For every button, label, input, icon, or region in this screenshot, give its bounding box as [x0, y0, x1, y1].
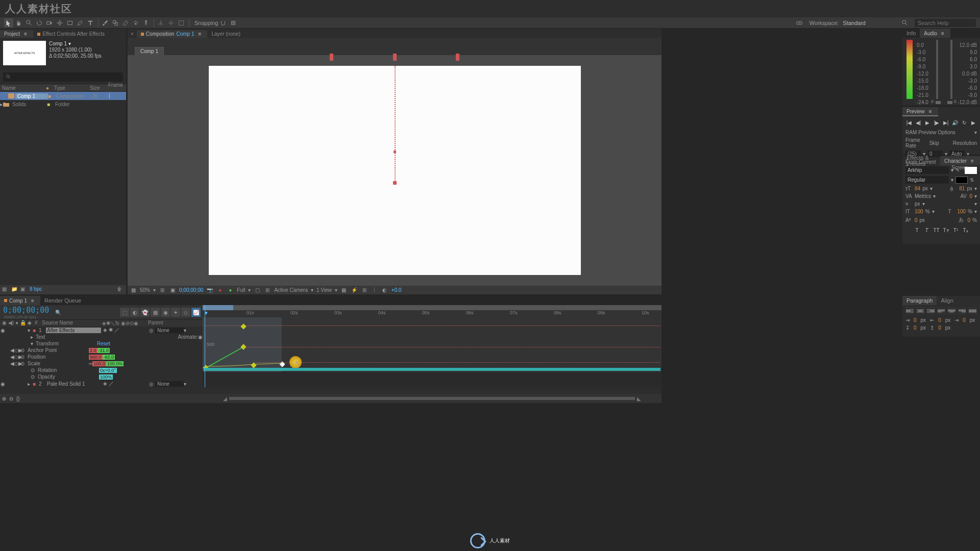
layer-row-1[interactable]: ◉ ▾ ■ 1 After Effects ◈ ✱ ／ ◎ None▾ — [0, 327, 203, 334]
resolution-icon[interactable]: ⊞ — [159, 287, 166, 294]
space-after-value[interactable]: 0 — [938, 325, 941, 331]
pen-tool[interactable] — [76, 18, 85, 28]
reset-exposure-icon[interactable]: ◐ — [381, 287, 388, 294]
eraser-tool[interactable] — [121, 18, 130, 28]
motion-blur-icon[interactable]: ◉ — [161, 308, 170, 317]
zoom-dropdown[interactable]: 50% — [140, 287, 150, 293]
parent-dropdown[interactable]: None — [155, 328, 184, 333]
flowchart-icon[interactable]: ᎒ — [108, 93, 111, 99]
col-size[interactable]: Size — [88, 85, 106, 91]
info-tab[interactable]: Info — [902, 29, 920, 38]
channel-icon[interactable]: ● — [216, 287, 224, 294]
loop-button[interactable]: ↻ — [960, 118, 968, 127]
justify-last-center-button[interactable] — [947, 307, 956, 314]
toggle-layer-icon[interactable]: ⊖ — [9, 396, 13, 402]
eyedropper-icon[interactable]: ✎ — [955, 167, 963, 173]
rotation-row[interactable]: ⊙Rotation0x+0.0° — [0, 367, 203, 373]
fast-preview-icon[interactable]: ⚡ — [351, 287, 358, 294]
justify-last-right-button[interactable] — [958, 307, 967, 314]
trash-icon[interactable]: 🗑 — [117, 286, 124, 293]
transparency-icon[interactable]: ▣ — [169, 287, 176, 294]
hand-tool[interactable] — [14, 18, 23, 28]
project-item-solids[interactable]: ▸ Solids ■ Folder — [0, 100, 126, 108]
layer-name[interactable]: Pale Red Solid 1 — [46, 381, 101, 387]
ram-options-label[interactable]: RAM Preview Options — [905, 130, 972, 135]
vscale-value[interactable]: 100 — [915, 209, 923, 214]
play-button[interactable]: ▶ — [923, 118, 932, 127]
subscript-button[interactable]: T₁ — [962, 227, 970, 234]
always-preview-icon[interactable]: ▦ — [130, 287, 137, 294]
vu-slider-right[interactable] — [947, 101, 952, 104]
render-queue-tab[interactable]: Render Queue — [40, 296, 85, 305]
bold-button[interactable]: T — [913, 227, 921, 234]
layer-tab[interactable]: Layer (none) — [207, 30, 244, 38]
current-time-indicator[interactable] — [205, 305, 205, 387]
puppet-tool[interactable] — [141, 18, 151, 28]
fill-swatch[interactable] — [965, 167, 977, 174]
project-thumbnail[interactable]: AFTER EFFECTS — [3, 41, 46, 65]
graph-editor-button[interactable]: 📈 — [191, 308, 201, 317]
scale-row[interactable]: ◀◇▶⊙Scale∞100.0100.0% — [0, 360, 203, 367]
resolution-dropdown[interactable]: Full — [237, 287, 245, 293]
bpc-button[interactable]: 8 bpc — [30, 286, 42, 293]
smallcaps-button[interactable]: Tᴛ — [942, 227, 950, 234]
ram-preview-button[interactable]: ▶ — [969, 118, 977, 127]
new-comp-icon[interactable]: ▣ — [20, 286, 28, 293]
position-row[interactable]: ◀◇▶⊙Position960.0-62.0 — [0, 354, 203, 360]
first-frame-button[interactable]: |◀ — [905, 118, 913, 127]
align-tab[interactable]: Align — [937, 296, 957, 305]
search-help-input[interactable] — [915, 19, 976, 27]
timeline-comp-tab[interactable]: Comp 1≡ — [0, 296, 40, 305]
auto-keyframe-icon[interactable]: ◇ — [181, 308, 190, 317]
justify-last-left-button[interactable] — [937, 307, 946, 314]
justify-all-button[interactable] — [968, 307, 977, 314]
snapping-icon[interactable] — [218, 18, 228, 28]
leading-value[interactable]: 81 — [959, 186, 965, 191]
vu-slider-left[interactable] — [936, 101, 941, 104]
timeline-search-icon[interactable]: 🔍 — [55, 310, 61, 315]
indent-right-value[interactable]: 0 — [963, 317, 966, 323]
grid-icon[interactable]: ⊞ — [264, 287, 271, 294]
preview-tab[interactable]: Preview≡ — [902, 107, 938, 116]
roto-tool[interactable] — [131, 18, 140, 28]
parent-dropdown[interactable]: None — [155, 381, 184, 387]
shy-icon[interactable]: 👻 — [140, 308, 150, 317]
zoom-tool[interactable] — [24, 18, 34, 28]
timeline-current-time[interactable]: 0;00;00;00 — [0, 306, 52, 315]
layer-row-2[interactable]: ◉ ▸ ■ 2 Pale Red Solid 1 ◈ ／ ◎ None▾ — [0, 380, 203, 387]
comp-mini-flowchart-icon[interactable]: ⬚ — [120, 308, 129, 317]
audio-tab[interactable]: Audio≡ — [920, 29, 950, 38]
align-center-button[interactable] — [916, 307, 925, 314]
timeline-icon[interactable]: ⊞ — [361, 287, 368, 294]
close-group-icon[interactable]: × — [128, 30, 137, 38]
swap-icon[interactable]: ⇅ — [970, 177, 977, 183]
sync-icon[interactable] — [795, 18, 804, 28]
pan-behind-tool[interactable] — [55, 18, 64, 28]
tsume-value[interactable]: 0 — [968, 217, 971, 223]
comp-flowchart-tab[interactable]: Comp 1 — [135, 47, 164, 56]
col-name[interactable]: Name — [0, 85, 46, 91]
animate-menu-icon[interactable]: ◉ — [198, 334, 203, 340]
flowchart-icon[interactable]: ᎒ — [371, 287, 378, 294]
anchor-point-row[interactable]: ◀◇▶⊙Anchor Point2.0-31.0 — [0, 347, 203, 354]
col-frame[interactable]: Frame ... — [106, 82, 126, 93]
font-size-value[interactable]: 84 — [915, 186, 920, 191]
font-style-dropdown[interactable]: Regular — [905, 176, 949, 184]
new-folder-icon[interactable]: 📁 — [11, 286, 18, 293]
indent-left-value[interactable]: 0 — [914, 317, 917, 323]
brush-tool[interactable] — [101, 18, 110, 28]
composition-tab[interactable]: Composition Comp 1 ≡ — [137, 30, 208, 38]
mute-button[interactable]: 🔊 — [951, 118, 959, 127]
hscale-value[interactable]: 100 — [957, 209, 966, 214]
comp-canvas[interactable] — [209, 66, 581, 275]
camera-tool[interactable] — [45, 18, 54, 28]
snap-grid-icon[interactable] — [229, 18, 238, 28]
work-area-bar[interactable] — [203, 305, 233, 310]
layer-name[interactable]: After Effects — [46, 328, 101, 333]
pixel-aspect-icon[interactable]: ▦ — [340, 287, 348, 294]
effect-controls-tab[interactable]: Effect Controls After Effects — [33, 30, 109, 38]
selection-tool[interactable] — [4, 18, 13, 28]
type-tool[interactable] — [86, 18, 95, 28]
indent-first-value[interactable]: 0 — [938, 317, 941, 323]
snapshot-icon[interactable]: 📷 — [206, 287, 213, 294]
